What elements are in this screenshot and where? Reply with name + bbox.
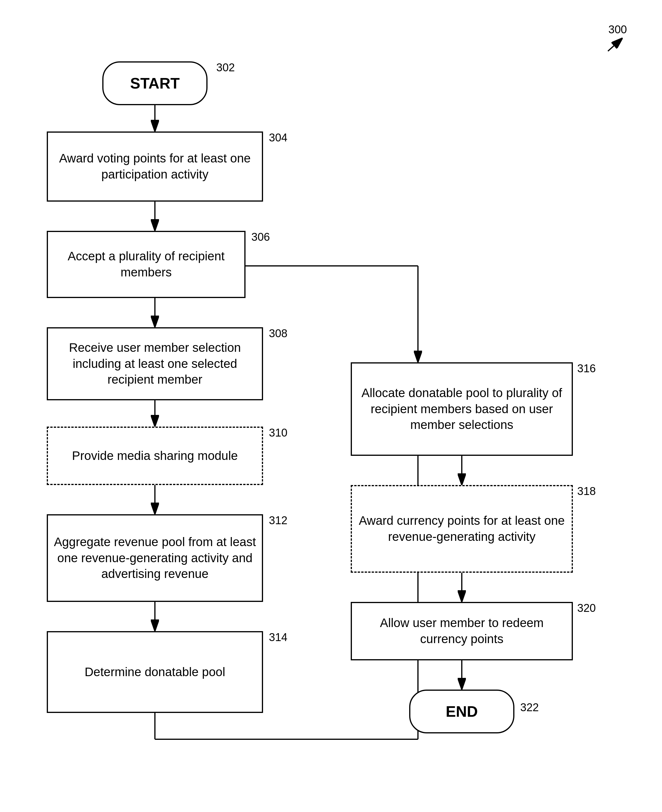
ref-310: 310 — [269, 427, 287, 439]
ref-322: 322 — [520, 701, 539, 714]
ref-320: 320 — [577, 602, 596, 615]
ref-316: 316 — [577, 362, 596, 375]
flowchart-diagram: 300 — [0, 0, 662, 812]
ref-314: 314 — [269, 631, 287, 644]
ref-318: 318 — [577, 485, 596, 497]
ref-306: 306 — [251, 231, 270, 243]
start-node: START — [102, 61, 207, 105]
step-308: Receive user member selection including … — [47, 327, 263, 400]
svg-line-16 — [608, 38, 623, 51]
step-312: Aggregate revenue pool from at least one… — [47, 514, 263, 602]
end-node: END — [409, 690, 514, 733]
ref-304: 304 — [269, 132, 287, 144]
step-306: Accept a plurality of recipient members — [47, 231, 246, 298]
step-310: Provide media sharing module — [47, 427, 263, 485]
step-316: Allocate donatable pool to plurality of … — [351, 362, 573, 456]
step-318: Award currency points for at least one r… — [351, 485, 573, 573]
step-304: Award voting points for at least one par… — [47, 132, 263, 202]
ref-308: 308 — [269, 327, 287, 340]
step-314: Determine donatable pool — [47, 631, 263, 713]
ref-312: 312 — [269, 514, 287, 527]
ref-302: 302 — [216, 61, 235, 74]
figure-number: 300 — [609, 23, 627, 36]
step-320: Allow user member to redeem currency poi… — [351, 602, 573, 660]
